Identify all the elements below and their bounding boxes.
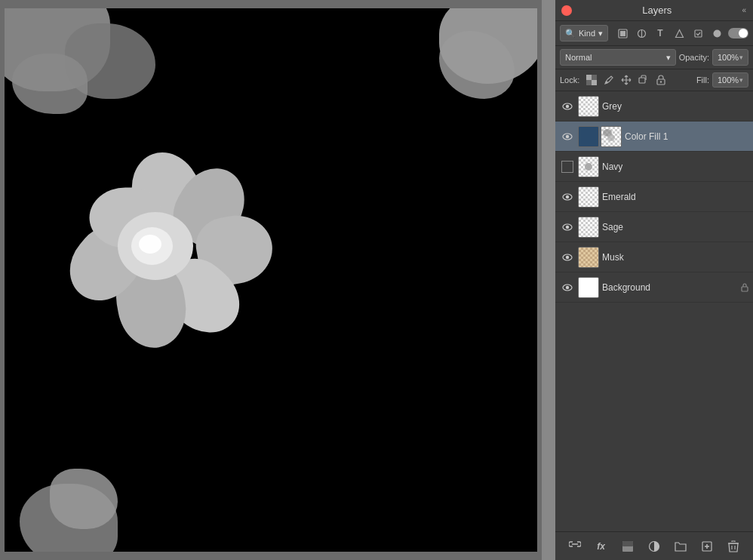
fill-chevron-icon: ▾ [739, 76, 743, 84]
lock-move-button[interactable] [619, 72, 634, 88]
fill-value[interactable]: 100% ▾ [712, 72, 748, 88]
panel-title: Layers [572, 5, 742, 16]
svg-point-23 [566, 255, 569, 258]
adjustment-layer-button[interactable] [645, 537, 663, 555]
delete-layer-button[interactable] [724, 537, 742, 555]
layer-item-emerald[interactable]: Emerald [555, 182, 753, 212]
layer-emerald-name: Emerald [602, 192, 748, 202]
svg-point-5 [713, 29, 721, 37]
blob-top-left-3 [12, 54, 88, 114]
layer-musk-thumb [578, 247, 599, 268]
svg-rect-9 [586, 80, 592, 85]
layer-item-navy[interactable]: Navy [555, 152, 753, 182]
opacity-chevron-icon: ▾ [739, 54, 743, 61]
smartobject-filter-icon[interactable] [690, 25, 706, 42]
layer-item-color-fill-1[interactable]: Color Fill 1 [555, 122, 753, 152]
panel-footer: fx [555, 531, 753, 560]
layer-navy-visibility[interactable] [560, 159, 575, 174]
layer-item-grey[interactable]: Grey [555, 91, 753, 122]
layers-list[interactable]: Grey Color Fill 1 [555, 91, 753, 531]
panel-collapse-button[interactable]: « [742, 6, 747, 14]
filter-toggle[interactable] [728, 28, 748, 38]
svg-rect-4 [695, 30, 702, 37]
new-fill-adjustment-button[interactable] [619, 537, 637, 555]
group-layers-button[interactable] [672, 537, 690, 555]
layer-colorfill-mask-thumb [601, 126, 622, 147]
kind-label: Kind [579, 29, 595, 38]
layer-navy-thumb [578, 156, 599, 177]
lock-all-button[interactable] [653, 72, 668, 88]
lock-pixel-button[interactable] [584, 72, 599, 88]
svg-rect-11 [639, 78, 645, 83]
svg-point-15 [566, 104, 569, 107]
layer-item-background[interactable]: Background [555, 272, 753, 303]
layer-background-visibility-icon[interactable] [560, 280, 575, 295]
blend-chevron-icon: ▾ [666, 53, 671, 63]
opacity-control: Opacity: 100% ▾ [679, 49, 748, 66]
layer-background-thumbs [578, 277, 599, 298]
pixel-filter-icon[interactable] [614, 25, 631, 42]
layer-background-thumb [578, 277, 599, 298]
svg-rect-7 [592, 80, 597, 85]
shape-filter-icon[interactable] [671, 25, 687, 42]
kind-chevron-icon: ▾ [598, 29, 603, 38]
layer-colorfill-color-thumb [578, 126, 599, 147]
svg-point-21 [566, 225, 569, 228]
add-fx-button[interactable]: fx [592, 537, 610, 555]
search-icon-sm: 🔍 [565, 29, 576, 38]
svg-point-17 [566, 134, 569, 137]
layer-navy-thumbs [578, 156, 599, 177]
blend-mode-row: Normal ▾ Opacity: 100% ▾ [555, 46, 753, 69]
opacity-value[interactable]: 100% ▾ [712, 49, 748, 66]
adjustment-filter-icon[interactable] [633, 25, 650, 42]
layer-grey-thumb [578, 96, 599, 117]
layer-grey-name: Grey [602, 101, 748, 112]
svg-rect-8 [592, 75, 597, 80]
lock-row: Lock: [555, 69, 753, 91]
type-filter-icon[interactable]: T [652, 25, 668, 42]
svg-rect-6 [586, 75, 592, 80]
blend-mode-dropdown[interactable]: Normal ▾ [560, 49, 676, 66]
opacity-label: Opacity: [679, 53, 709, 62]
layer-navy-name: Navy [602, 162, 748, 172]
layer-grey-thumbs [578, 96, 599, 117]
color-filter-icon[interactable] [708, 25, 725, 42]
svg-rect-1 [620, 31, 625, 36]
svg-point-19 [566, 195, 569, 198]
layer-sage-thumb [578, 217, 599, 238]
blend-mode-label: Normal [565, 53, 592, 62]
kind-dropdown[interactable]: 🔍 Kind ▾ [560, 25, 608, 42]
background-lock-icon [741, 283, 748, 292]
layer-musk-visibility-icon[interactable] [560, 250, 575, 265]
panel-close-button[interactable]: × [561, 5, 572, 16]
link-layers-button[interactable] [566, 537, 584, 555]
new-layer-button[interactable] [698, 537, 716, 555]
layer-colorfill-visibility-icon[interactable] [560, 129, 575, 144]
layer-colorfill-name: Color Fill 1 [625, 131, 748, 142]
fill-label: Fill: [696, 75, 709, 85]
filter-bar: 🔍 Kind ▾ T [555, 21, 753, 46]
layer-item-musk[interactable]: Musk [555, 242, 753, 272]
layer-musk-thumbs [578, 247, 599, 268]
svg-point-10 [606, 82, 608, 84]
lock-brush-button[interactable] [601, 72, 616, 88]
layer-colorfill-thumbs [578, 126, 622, 147]
svg-point-25 [566, 285, 569, 288]
layer-grey-visibility-icon[interactable] [560, 99, 575, 114]
layer-background-name: Background [602, 282, 738, 293]
layer-sage-visibility-icon[interactable] [560, 220, 575, 235]
svg-rect-26 [742, 287, 748, 291]
layer-item-sage[interactable]: Sage [555, 212, 753, 242]
lock-icons [584, 72, 668, 88]
lock-label: Lock: [560, 75, 579, 85]
layer-musk-name: Musk [602, 252, 748, 263]
flower-highlight-inner [139, 235, 161, 254]
canvas-document [5, 8, 537, 552]
panel-header: × Layers « [555, 0, 753, 21]
layer-sage-thumbs [578, 217, 599, 238]
layer-emerald-thumb [578, 186, 599, 208]
layers-panel: × Layers « 🔍 Kind ▾ T [555, 0, 753, 560]
lock-artboard-button[interactable] [636, 72, 651, 88]
layer-emerald-visibility-icon[interactable] [560, 189, 575, 205]
layer-navy-checkbox[interactable] [561, 161, 573, 173]
